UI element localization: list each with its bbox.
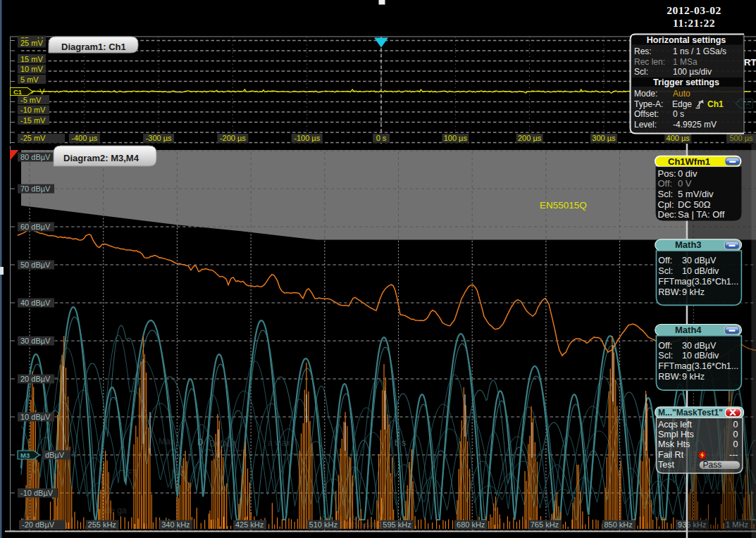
svg-text:Offset:: Offset:: [634, 109, 659, 119]
svg-text:Smpl Hts: Smpl Hts: [658, 430, 694, 439]
svg-text:Level:: Level:: [634, 120, 657, 130]
svg-text:0 V: 0 V: [678, 178, 692, 189]
svg-text:-4.9925 mV: -4.9925 mV: [673, 120, 717, 130]
svg-text:850 kHz: 850 kHz: [604, 520, 632, 529]
svg-text:Scl:: Scl:: [658, 189, 674, 199]
svg-text:50 dBµV: 50 dBµV: [20, 261, 51, 269]
svg-text:-10 mV: -10 mV: [20, 106, 46, 114]
svg-text:-400 µs: -400 µs: [71, 134, 97, 142]
svg-text:C1: C1: [13, 88, 23, 96]
svg-text:RBW:: RBW:: [658, 372, 681, 382]
svg-text:20 dBµV: 20 dBµV: [20, 375, 51, 383]
svg-text:V: V: [39, 87, 45, 96]
svg-text:10 dBµV: 10 dBµV: [20, 413, 51, 421]
svg-text:-20 dBµV: -20 dBµV: [22, 520, 55, 529]
svg-text:Off:: Off:: [658, 178, 673, 189]
svg-text:40 dBµV: 40 dBµV: [20, 299, 51, 307]
svg-text:0 div: 0 div: [678, 168, 698, 179]
svg-text:Rec len:: Rec len:: [634, 57, 665, 67]
svg-text:60 dBµV: 60 dBµV: [20, 223, 51, 231]
svg-text:500 µs: 500 µs: [729, 134, 753, 142]
svg-text:TA: TA: [741, 99, 750, 108]
svg-text:2012-03-02: 2012-03-02: [667, 4, 721, 16]
svg-text:9 kHz: 9 kHz: [682, 287, 705, 297]
svg-text:M..."MaskTest1": M..."MaskTest1": [658, 408, 723, 418]
svg-text:1 MSa: 1 MSa: [673, 57, 698, 67]
svg-text:Trigger settings: Trigger settings: [653, 77, 719, 87]
svg-text:M3: M3: [20, 451, 30, 459]
svg-text:0 s: 0 s: [673, 109, 684, 119]
svg-text:Type-A:: Type-A:: [634, 99, 663, 109]
svg-text:1 ns / 1 GSa/s: 1 ns / 1 GSa/s: [673, 46, 726, 56]
svg-text:Horizontal settings: Horizontal settings: [647, 35, 726, 45]
svg-text:RT: RT: [744, 57, 756, 68]
svg-text:Test: Test: [658, 460, 674, 470]
svg-text:300 µs: 300 µs: [592, 134, 616, 142]
svg-text:200 µs: 200 µs: [518, 134, 542, 142]
svg-text:10 dB/div: 10 dB/div: [682, 266, 719, 276]
svg-text:5 mV: 5 mV: [20, 75, 39, 84]
svg-text:595 kHz: 595 kHz: [383, 520, 411, 529]
svg-text:FFTmag(3.16*Ch1...: FFTmag(3.16*Ch1...: [658, 361, 738, 371]
svg-text:Dec:: Dec:: [658, 209, 677, 220]
svg-text:EN55015Q: EN55015Q: [540, 200, 587, 211]
svg-text:RBW:: RBW:: [658, 287, 681, 297]
svg-text:100 µs: 100 µs: [444, 134, 468, 142]
svg-text:340 kHz: 340 kHz: [161, 520, 190, 529]
svg-text:Sa | TA: Off: Sa | TA: Off: [678, 209, 725, 220]
svg-text:Diagram2: M3,M4: Diagram2: M3,M4: [63, 153, 140, 163]
svg-text:-15 mV: -15 mV: [20, 116, 46, 125]
svg-text:dBµV: dBµV: [45, 451, 65, 459]
svg-text:Scl:: Scl:: [658, 351, 673, 361]
svg-text:Off:: Off:: [658, 341, 672, 351]
svg-text:---: ---: [729, 450, 738, 460]
svg-text:Pass: Pass: [703, 460, 722, 470]
svg-text:0 s: 0 s: [376, 134, 387, 142]
svg-text:510 kHz: 510 kHz: [309, 520, 337, 529]
svg-text:FFTmag(3.16*Ch1...: FFTmag(3.16*Ch1...: [658, 277, 738, 287]
svg-text:9 kHz: 9 kHz: [682, 372, 705, 382]
svg-text:Scl:: Scl:: [634, 67, 648, 77]
svg-text:Math4: Math4: [675, 325, 702, 335]
svg-text:255 kHz: 255 kHz: [88, 520, 116, 529]
svg-text:400 µs: 400 µs: [667, 134, 690, 142]
svg-text:DC 50Ω: DC 50Ω: [678, 199, 711, 210]
svg-text:0: 0: [733, 439, 738, 449]
svg-text:425 kHz: 425 kHz: [235, 520, 264, 529]
svg-text:Scl:: Scl:: [658, 266, 673, 276]
svg-text:Res:: Res:: [634, 46, 652, 56]
svg-text:30 dBµV: 30 dBµV: [682, 256, 717, 265]
svg-text:10 dB/div: 10 dB/div: [682, 351, 719, 361]
svg-text:Mode:: Mode:: [634, 89, 657, 99]
svg-text:5 mV/div: 5 mV/div: [678, 189, 714, 199]
svg-text:Ch1: Ch1: [707, 99, 724, 109]
svg-text:Fail Rt: Fail Rt: [658, 450, 684, 460]
svg-text:-200 µs: -200 µs: [220, 134, 246, 142]
svg-text:80 dBµV: 80 dBµV: [20, 153, 51, 161]
svg-text:Diagram1: Ch1: Diagram1: Ch1: [61, 42, 126, 52]
svg-text:-25 mV: -25 mV: [20, 134, 46, 142]
svg-text:25 mV: 25 mV: [20, 39, 43, 47]
svg-text:0: 0: [733, 420, 738, 430]
svg-text:765 kHz: 765 kHz: [531, 520, 559, 529]
svg-text:-10 dBµV: -10 dBµV: [20, 489, 54, 497]
svg-text:Off:: Off:: [658, 256, 672, 265]
svg-text:30 dBµV: 30 dBµV: [20, 337, 51, 345]
svg-text:Acqs left: Acqs left: [658, 420, 692, 430]
svg-text:Auto: Auto: [673, 89, 690, 99]
svg-text:15 mV: 15 mV: [20, 55, 43, 63]
svg-text:Pos:: Pos:: [658, 168, 676, 179]
svg-text:11:21:22: 11:21:22: [673, 17, 715, 29]
svg-text:10 mV: 10 mV: [20, 65, 43, 73]
svg-text:-5 mV: -5 mV: [20, 96, 42, 104]
svg-text:0: 0: [733, 430, 738, 439]
svg-text:Edge: Edge: [672, 99, 692, 109]
svg-text:Ch1Wfm1: Ch1Wfm1: [668, 156, 710, 167]
svg-text:30 dBµV: 30 dBµV: [682, 341, 717, 351]
svg-text:Msk Hts: Msk Hts: [658, 439, 690, 449]
svg-text:Cpl:: Cpl:: [658, 199, 674, 210]
svg-text:680 kHz: 680 kHz: [457, 520, 485, 529]
svg-text:100 µs/div: 100 µs/div: [673, 67, 712, 77]
svg-text:Math3: Math3: [675, 239, 702, 250]
svg-text:-300 µs: -300 µs: [146, 134, 172, 142]
